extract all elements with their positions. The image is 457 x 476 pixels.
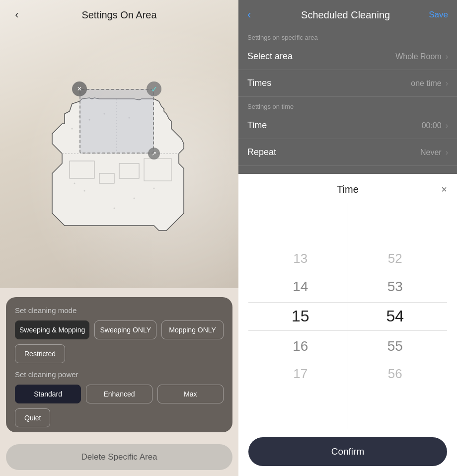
confirm-selection-handle[interactable]: ✓ bbox=[147, 81, 161, 96]
map-area: × ✓ ↗ bbox=[0, 30, 238, 297]
close-icon[interactable]: × bbox=[441, 184, 447, 195]
hour-item-1[interactable]: 14 bbox=[258, 272, 343, 301]
cleaning-mode-buttons: Sweeping & Mopping Sweeping ONLY Mopping… bbox=[15, 320, 224, 339]
picker-divider bbox=[348, 203, 348, 429]
hour-item-3[interactable]: 16 bbox=[258, 332, 343, 361]
quiet-row: Quiet bbox=[15, 408, 224, 427]
select-area-value: Whole Room › bbox=[395, 52, 448, 61]
select-area-row[interactable]: Select area Whole Room › bbox=[238, 43, 457, 70]
time-picker-header: Time × bbox=[238, 174, 457, 203]
hour-item-4[interactable]: 17 bbox=[258, 360, 343, 388]
minutes-column: 52 53 54 55 56 bbox=[353, 245, 438, 388]
svg-point-15 bbox=[114, 208, 115, 209]
minute-item-0[interactable]: 52 bbox=[353, 245, 438, 272]
select-area-value-text: Whole Room bbox=[395, 52, 441, 61]
delete-specific-area-button[interactable]: Delete Specific Area bbox=[6, 444, 232, 470]
sweeping-mopping-button[interactable]: Sweeping & Mopping bbox=[15, 320, 89, 339]
restricted-button[interactable]: Restricted bbox=[15, 344, 65, 363]
times-value: one time › bbox=[411, 79, 448, 88]
hours-column: 13 14 15 16 17 bbox=[258, 245, 343, 388]
right-back-button[interactable]: ‹ bbox=[247, 8, 262, 21]
svg-point-13 bbox=[134, 198, 135, 199]
svg-point-14 bbox=[153, 188, 155, 189]
restricted-row: Restricted bbox=[15, 344, 224, 363]
confirm-button[interactable]: Confirm bbox=[248, 437, 447, 466]
settings-specific-area-label: Settings on specific area bbox=[238, 30, 457, 43]
minute-item-1[interactable]: 53 bbox=[353, 272, 438, 301]
enhanced-button[interactable]: Enhanced bbox=[86, 385, 152, 403]
minute-item-3[interactable]: 55 bbox=[353, 332, 438, 361]
right-header: ‹ Scheduled Cleaning Save bbox=[238, 0, 457, 30]
chevron-right-icon-3: › bbox=[446, 121, 448, 130]
cancel-selection-handle[interactable]: × bbox=[72, 81, 87, 96]
chevron-right-icon-2: › bbox=[446, 79, 448, 88]
right-page-title: Scheduled Cleaning bbox=[262, 9, 429, 21]
repeat-value-text: Never bbox=[420, 148, 442, 157]
left-panel: ‹ Settings On Area bbox=[0, 0, 238, 476]
quiet-button[interactable]: Quiet bbox=[15, 408, 50, 427]
time-picker-title: Time bbox=[337, 184, 359, 195]
sweeping-only-button[interactable]: Sweeping ONLY bbox=[94, 320, 156, 339]
repeat-row[interactable]: Repeat Never › bbox=[238, 139, 457, 166]
time-picker-body: 13 14 15 16 17 52 53 54 55 56 bbox=[238, 203, 457, 429]
select-area-label: Select area bbox=[247, 51, 293, 62]
resize-handle[interactable]: ↗ bbox=[148, 148, 160, 159]
minute-item-selected[interactable]: 54 bbox=[353, 301, 438, 331]
times-label: Times bbox=[247, 78, 271, 88]
settings-on-time-label: Settings on time bbox=[238, 99, 457, 112]
floor-map-container: × ✓ ↗ bbox=[35, 74, 204, 253]
max-button[interactable]: Max bbox=[157, 385, 224, 403]
chevron-right-icon-4: › bbox=[446, 148, 448, 157]
delete-btn-wrap: Delete Specific Area bbox=[0, 438, 238, 476]
back-button[interactable]: ‹ bbox=[8, 6, 26, 24]
repeat-label: Repeat bbox=[247, 147, 276, 158]
cleaning-power-buttons: Standard Enhanced Max bbox=[15, 385, 224, 403]
page-title: Settings On Area bbox=[81, 9, 156, 21]
cleaning-mode-title: Set cleaning mode bbox=[15, 306, 224, 315]
time-value-text: 00:00 bbox=[422, 121, 442, 130]
save-button[interactable]: Save bbox=[429, 10, 448, 20]
chevron-right-icon: › bbox=[446, 52, 448, 61]
mopping-only-button[interactable]: Mopping ONLY bbox=[161, 320, 224, 339]
time-row[interactable]: Time 00:00 › bbox=[238, 112, 457, 139]
repeat-value: Never › bbox=[420, 148, 448, 157]
scheduled-cleaning-panel: ‹ Scheduled Cleaning Save Settings on sp… bbox=[238, 0, 457, 174]
cleaning-power-title: Set cleaning power bbox=[15, 370, 224, 379]
left-header: ‹ Settings On Area bbox=[0, 0, 238, 30]
svg-point-11 bbox=[74, 183, 76, 184]
time-picker-panel: Time × 13 14 15 16 17 52 53 54 55 56 bbox=[238, 174, 457, 476]
times-row[interactable]: Times one time › bbox=[238, 70, 457, 97]
hour-item-0[interactable]: 13 bbox=[258, 245, 343, 272]
time-value: 00:00 › bbox=[422, 121, 448, 130]
right-panel: ‹ Scheduled Cleaning Save Settings on sp… bbox=[238, 0, 457, 476]
svg-point-8 bbox=[72, 128, 73, 130]
svg-point-12 bbox=[84, 190, 85, 192]
time-label: Time bbox=[247, 120, 267, 131]
minute-item-4[interactable]: 56 bbox=[353, 360, 438, 388]
hour-item-selected[interactable]: 15 bbox=[258, 301, 343, 331]
control-panel: Set cleaning mode Sweeping & Mopping Swe… bbox=[6, 297, 232, 432]
times-value-text: one time bbox=[411, 79, 441, 88]
standard-button[interactable]: Standard bbox=[15, 385, 81, 403]
selection-box bbox=[79, 89, 154, 154]
